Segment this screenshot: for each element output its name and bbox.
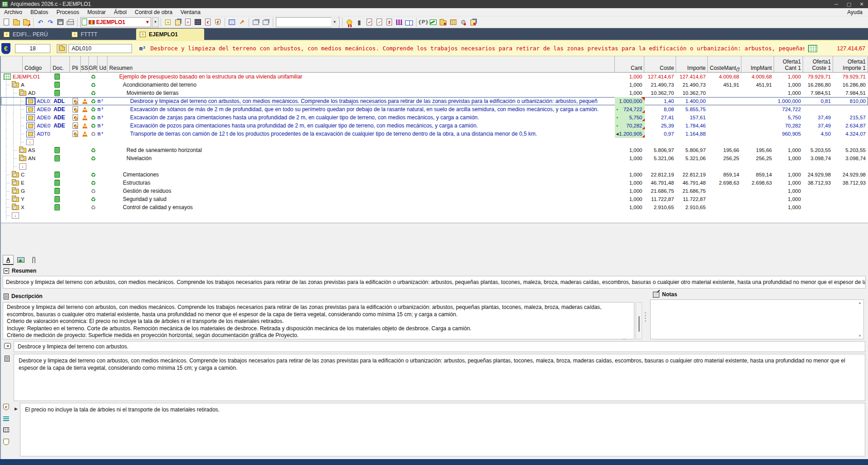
paste-window-icon[interactable]: [261, 17, 271, 27]
cell-o_cant[interactable]: 1,000: [774, 171, 803, 179]
recycle-icon[interactable]: ♻: [90, 98, 96, 104]
cell-importe[interactable]: 22.812,19: [676, 171, 708, 179]
minimize-button[interactable]: ─: [830, 0, 843, 8]
ss-cell[interactable]: [81, 171, 89, 179]
chapter-folder-open-icon[interactable]: −: [19, 91, 26, 96]
table-row[interactable]: ADL010ADL♻m²Desbroce y limpieza del terr…: [1, 97, 868, 105]
cell-o_cant[interactable]: 1,000: [774, 89, 803, 97]
cell-coste[interactable]: 46.791,48: [644, 179, 676, 187]
splitter-handle[interactable]: [645, 312, 647, 322]
gr-cell[interactable]: ♻: [89, 179, 98, 187]
resumen-cell[interactable]: [108, 138, 615, 146]
cell-impmant[interactable]: 256,25: [741, 154, 774, 162]
pli-cell[interactable]: [70, 179, 81, 187]
scroll-document-icon[interactable]: [54, 147, 60, 153]
menu-item-ventana[interactable]: Ventana: [177, 8, 205, 16]
ss-cell[interactable]: [81, 113, 89, 122]
chart-view-icon[interactable]: ↗: [237, 17, 247, 27]
cell-importe[interactable]: 21.490,73: [676, 81, 708, 89]
pli-cell[interactable]: [70, 97, 81, 105]
gr-cell[interactable]: ♻: [89, 146, 98, 154]
grid-icon[interactable]: [3, 427, 9, 432]
filter-combo[interactable]: ▼: [276, 17, 339, 27]
ss-cell[interactable]: [81, 138, 89, 146]
spreadsheet-grid-icon[interactable]: [448, 17, 458, 27]
cell-impmant[interactable]: [741, 105, 774, 113]
cell-costemant[interactable]: [708, 211, 741, 220]
cell-coste[interactable]: [645, 162, 677, 171]
ss-cell[interactable]: [81, 105, 89, 113]
tree-cell[interactable]: ↑C: [1, 171, 51, 179]
cell-o_importe[interactable]: [833, 138, 868, 146]
table-row[interactable]: ADE005ADE♻m³Excavación de sótanos de más…: [1, 105, 868, 113]
recycle-icon[interactable]: ♻: [90, 172, 96, 178]
cell-cant[interactable]: •5,750: [615, 113, 645, 122]
ud-cell[interactable]: [98, 73, 108, 81]
table-row[interactable]: EJEMPLO1♻Ejemplo de presupuesto basado e…: [1, 73, 868, 81]
cell-o_coste[interactable]: 24.929,98: [803, 171, 833, 179]
ss-cell[interactable]: [81, 195, 89, 203]
ud-cell[interactable]: [98, 179, 108, 187]
descripcion-textbox[interactable]: Desbroce y limpieza del terreno con arbu…: [3, 302, 634, 339]
tree-cell[interactable]: ↑G: [1, 187, 51, 195]
ss-cell[interactable]: [81, 154, 89, 162]
notas-section-header[interactable]: Notas: [653, 291, 677, 298]
column-header-cant[interactable]: Cant: [615, 56, 645, 72]
cell-impmant[interactable]: [741, 162, 774, 171]
scroll-document-icon[interactable]: [54, 204, 60, 210]
cell-o_coste[interactable]: [803, 105, 833, 113]
cell-impmant[interactable]: [741, 203, 774, 211]
gr-cell[interactable]: [89, 211, 98, 220]
scroll-document-icon[interactable]: [54, 188, 60, 194]
chapter-folder-open-icon[interactable]: −: [12, 83, 19, 88]
scroll-document-icon[interactable]: [54, 171, 60, 178]
short-text-box[interactable]: Desbroce y limpieza del terreno con arbu…: [14, 341, 865, 352]
cell-o_cant[interactable]: 1,000: [774, 203, 803, 211]
ud-cell[interactable]: [98, 162, 108, 171]
ss-cell[interactable]: [81, 211, 89, 220]
tab-ftttt[interactable]: FTTTT: [68, 29, 136, 40]
ss-cell[interactable]: [81, 146, 89, 154]
summary-edit-field[interactable]: Desbroce y limpieza del terreno con arbu…: [150, 45, 804, 52]
doc-cell[interactable]: [51, 130, 70, 138]
cell-o_importe[interactable]: 24.929,98: [833, 171, 868, 179]
calendar-icon[interactable]: [193, 17, 203, 27]
ud-cell[interactable]: [98, 171, 108, 179]
doc-cell[interactable]: ADE: [51, 113, 70, 122]
cell-costemant[interactable]: [708, 105, 741, 113]
tree-cell[interactable]: ADT010: [1, 130, 51, 138]
tree-cell[interactable]: ADE010c: [1, 113, 51, 122]
doc-cell[interactable]: [51, 138, 70, 146]
table-row[interactable]: −A♻Acondicionamiento del terreno1,00021.…: [1, 81, 868, 89]
cell-o_coste[interactable]: [803, 138, 833, 146]
gr-cell[interactable]: ♻: [89, 105, 98, 113]
cell-o_importe[interactable]: [833, 211, 868, 220]
resumen-cell[interactable]: Movimiento de tierras: [108, 89, 615, 97]
tree-cell[interactable]: ↑AS: [1, 146, 51, 154]
cell-o_importe[interactable]: [833, 203, 868, 211]
cell-o_importe[interactable]: 4.324,07: [833, 130, 868, 138]
recycle-icon[interactable]: ♻: [90, 147, 96, 153]
pli-cell[interactable]: [70, 113, 81, 122]
cell-costemant[interactable]: 256,25: [708, 154, 741, 162]
cell-importe[interactable]: 10.362,70: [676, 89, 708, 97]
cell-o_coste[interactable]: [803, 211, 833, 220]
long-text-box[interactable]: Desbroce y limpieza del terreno con arbu…: [14, 354, 865, 401]
cell-impmant[interactable]: 2.698,63: [741, 179, 774, 187]
pli-cell[interactable]: [70, 89, 81, 97]
chapter-folder-closed-icon[interactable]: ↑: [12, 172, 19, 177]
recycle-icon[interactable]: ♻: [90, 123, 96, 129]
price-sheet-icon[interactable]: [73, 98, 78, 104]
cell-o_importe[interactable]: 215,57: [833, 113, 868, 122]
ss-cell[interactable]: [81, 179, 89, 187]
pli-cell[interactable]: [70, 122, 81, 130]
recycle-icon[interactable]: ♻: [90, 205, 96, 210]
import-folder-icon[interactable]: ↗: [21, 17, 31, 27]
doc-cell[interactable]: [51, 89, 70, 97]
ud-cell[interactable]: [98, 81, 108, 89]
tree-cell[interactable]: ↑Y: [1, 195, 51, 203]
cell-cant[interactable]: 1,000: [615, 89, 645, 97]
pour-price-icon[interactable]: €: [213, 17, 223, 27]
audit-document-icon[interactable]: ✓: [374, 17, 384, 27]
cell-costemant[interactable]: [708, 97, 741, 105]
